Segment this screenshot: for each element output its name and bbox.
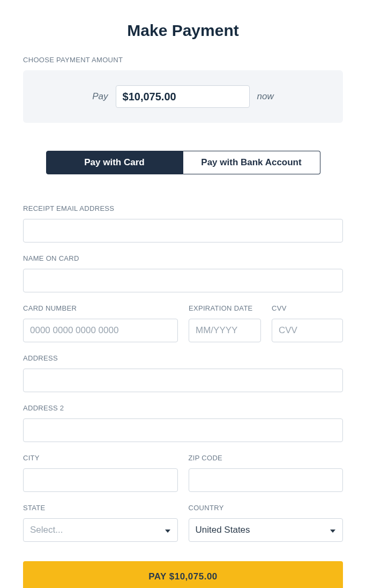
- expiration-field[interactable]: [189, 319, 261, 342]
- zip-label: ZIP CODE: [189, 454, 343, 462]
- state-select[interactable]: [23, 518, 178, 542]
- tab-pay-with-bank[interactable]: Pay with Bank Account: [183, 151, 320, 174]
- pay-prefix-label: Pay: [92, 91, 108, 102]
- address2-label: ADDRESS 2: [23, 404, 343, 412]
- address2-field[interactable]: [23, 418, 343, 442]
- now-suffix-label: now: [257, 91, 274, 102]
- card-number-label: CARD NUMBER: [23, 304, 178, 312]
- tab-pay-with-card[interactable]: Pay with Card: [46, 151, 183, 174]
- page-title: Make Payment: [23, 21, 343, 40]
- email-label: RECEIPT EMAIL ADDRESS: [23, 204, 343, 212]
- card-number-field[interactable]: [23, 319, 178, 342]
- address-field[interactable]: [23, 369, 343, 392]
- city-field[interactable]: [23, 468, 178, 492]
- email-field[interactable]: [23, 219, 343, 242]
- country-label: COUNTRY: [189, 504, 343, 512]
- zip-field[interactable]: [189, 468, 343, 492]
- address-label: ADDRESS: [23, 354, 343, 362]
- amount-box: Pay now: [23, 70, 343, 123]
- state-label: STATE: [23, 504, 178, 512]
- expiration-label: EXPIRATION DATE: [189, 304, 261, 312]
- cvv-field[interactable]: [272, 319, 343, 342]
- name-label: NAME ON CARD: [23, 254, 343, 262]
- city-label: CITY: [23, 454, 178, 462]
- amount-section-label: CHOOSE PAYMENT AMOUNT: [23, 56, 343, 64]
- pay-submit-button[interactable]: PAY $10,075.00: [23, 561, 343, 588]
- name-on-card-field[interactable]: [23, 269, 343, 292]
- amount-input[interactable]: [116, 85, 250, 108]
- payment-method-tabs: Pay with Card Pay with Bank Account: [23, 151, 343, 174]
- cvv-label: CVV: [272, 304, 343, 312]
- country-select[interactable]: [189, 518, 343, 542]
